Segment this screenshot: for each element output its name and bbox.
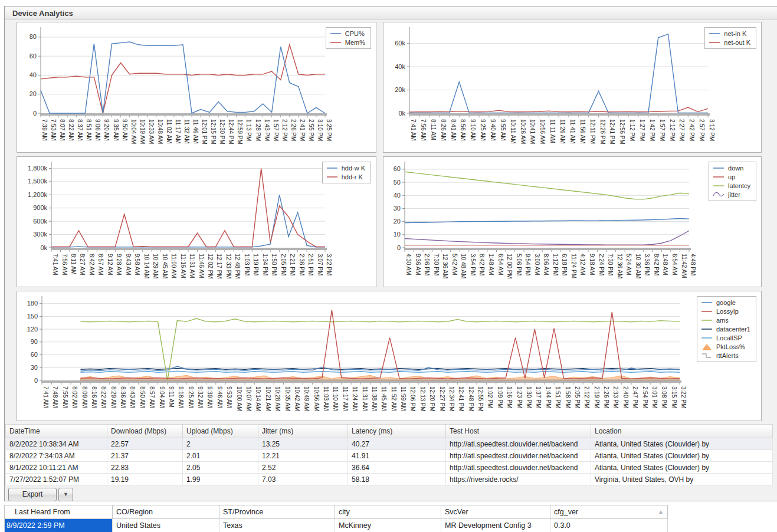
column-header-city[interactable]: city — [335, 505, 441, 519]
svg-text:11:24 AM: 11:24 AM — [352, 386, 358, 411]
legend-label: hdd-w K — [342, 165, 365, 172]
svg-text:40: 40 — [29, 71, 37, 78]
table-cell[interactable]: 2.01 — [183, 450, 258, 462]
svg-text:9:10 AM: 9:10 AM — [470, 119, 476, 141]
table-row[interactable]: 8/1/2022 10:11:21 AM22.832.052.5236.64ht… — [6, 462, 773, 474]
table-cell[interactable]: 12.21 — [258, 450, 348, 462]
legend-item-localisp: LocalISP — [701, 334, 750, 341]
column-header-co-region[interactable]: CO/Region — [113, 505, 219, 519]
svg-text:8:16 AM: 8:16 AM — [91, 386, 97, 408]
table-cell[interactable]: 7/27/2022 1:52:07 PM — [6, 474, 107, 485]
legend-label: down — [728, 165, 743, 172]
svg-text:1:09 PM: 1:09 PM — [497, 386, 503, 408]
legend-label: CPU% — [345, 30, 365, 37]
svg-text:8:29 AM: 8:29 AM — [110, 386, 117, 408]
table-cell[interactable]: 40.27 — [348, 438, 446, 450]
column-header-datetime[interactable]: DateTime — [6, 425, 107, 438]
table-cell[interactable]: 36.64 — [348, 462, 446, 474]
table-row[interactable]: 8/2/2022 10:38:34 AM22.57213.2540.27http… — [6, 438, 773, 450]
svg-text:12:33 PM: 12:33 PM — [225, 254, 232, 279]
svg-text:2:47 PM: 2:47 PM — [632, 386, 638, 408]
svg-text:6:54 AM: 6:54 AM — [497, 254, 504, 275]
column-header-upload-mbps-[interactable]: Upload (Mbps) — [183, 425, 258, 438]
table-cell[interactable]: Atlanta, United States (Clouvider) by — [591, 438, 773, 450]
legend-item-datacenter1: datacenter1 — [701, 326, 750, 333]
column-header-location[interactable]: Location — [591, 425, 773, 438]
network-chart-panel: 0k20k40k60k7:41 AM7:56 AM8:11 AM8:26 AM8… — [383, 22, 762, 153]
table-cell[interactable]: 8/2/2022 7:34:03 AM — [6, 450, 107, 462]
column-header-cfg-ver[interactable]: cfg_ver▲ — [550, 505, 668, 519]
table-cell[interactable]: https://riverside.rocks/ — [446, 474, 591, 485]
svg-text:8:57 AM: 8:57 AM — [97, 254, 104, 275]
svg-text:7:48 AM: 7:48 AM — [52, 386, 58, 408]
svg-text:8:51 AM: 8:51 AM — [86, 119, 92, 141]
table-cell[interactable]: Atlanta, United States (Clouvider) by — [591, 450, 773, 462]
table-cell[interactable]: 58.18 — [348, 474, 446, 485]
table-cell[interactable]: 22.57 — [107, 438, 183, 450]
column-header-jitter-ms-[interactable]: Jitter (ms) — [258, 425, 348, 438]
legend-label: up — [728, 173, 735, 180]
column-header-test-host[interactable]: Test Host — [446, 425, 591, 438]
table-cell[interactable]: 1.99 — [183, 474, 258, 485]
table-cell[interactable]: Texas — [219, 519, 335, 532]
header-row: Last Heard FromCO/RegionST/ProvincecityS… — [5, 505, 668, 519]
svg-text:1:12 PM: 1:12 PM — [552, 254, 559, 275]
table-cell[interactable]: http://atl.speedtest.clouvider.net/backe… — [446, 462, 591, 474]
export-dropdown-button[interactable]: ▼ — [58, 488, 73, 501]
export-button[interactable]: Export — [8, 488, 57, 501]
svg-text:1:57 PM: 1:57 PM — [659, 119, 665, 141]
table-cell[interactable]: 8/2/2022 10:38:34 AM — [6, 438, 107, 450]
table-cell[interactable]: 41.91 — [348, 450, 446, 462]
svg-text:9:06 AM: 9:06 AM — [94, 119, 101, 141]
column-header-svcver[interactable]: SvcVer — [441, 505, 550, 519]
svg-text:10:33 AM: 10:33 AM — [148, 119, 155, 144]
svg-text:12:11 PM: 12:11 PM — [589, 119, 596, 144]
svg-text:9:20 AM: 9:20 AM — [103, 119, 110, 141]
hdd-chart-panel: 0k300k600k900k1,200k1,500k1,800k7:41 AM7… — [17, 156, 376, 287]
table-cell[interactable]: 2 — [183, 438, 258, 450]
table-row[interactable]: 7/27/2022 1:52:07 PM19.191.997.0358.18ht… — [6, 474, 773, 485]
line-icon — [330, 39, 342, 46]
svg-text:1:16 PM: 1:16 PM — [506, 386, 513, 408]
table-cell[interactable]: 0.3.0 — [550, 519, 668, 532]
table-cell[interactable]: 22.83 — [107, 462, 183, 474]
svg-text:1:48 AM: 1:48 AM — [662, 254, 668, 275]
table-row[interactable]: 8/2/2022 7:34:03 AM21.372.0112.2141.91ht… — [6, 450, 773, 462]
column-header-latency-ms-[interactable]: Latency (ms) — [348, 425, 446, 438]
svg-text:9:39 AM: 9:39 AM — [206, 386, 213, 408]
table-cell[interactable]: 13.25 — [258, 438, 348, 450]
svg-text:9:40 AM: 9:40 AM — [490, 119, 496, 141]
table-cell[interactable]: 8/1/2022 10:11:21 AM — [6, 462, 107, 474]
triangle-icon — [701, 343, 713, 350]
column-header-st-province[interactable]: ST/Province — [219, 505, 335, 519]
table-cell[interactable]: McKinney — [335, 519, 441, 532]
table-cell[interactable]: 2.05 — [183, 462, 258, 474]
table-row[interactable]: 8/9/2022 2:59 PMUnited StatesTexasMcKinn… — [5, 519, 668, 532]
legend-item-cpu-: CPU% — [330, 30, 365, 37]
table-cell[interactable]: 19.19 — [107, 474, 183, 485]
svg-text:2:51 PM: 2:51 PM — [307, 254, 314, 275]
svg-text:1:19 PM: 1:19 PM — [253, 254, 259, 275]
svg-text:11:16 AM: 11:16 AM — [180, 254, 186, 278]
table-cell[interactable]: United States — [113, 519, 219, 532]
svg-text:600k: 600k — [33, 218, 47, 225]
table-cell[interactable]: 7.03 — [258, 474, 348, 485]
column-header-download-mbps-[interactable]: Download (Mbps) — [107, 425, 183, 438]
svg-text:2:41 PM: 2:41 PM — [299, 119, 306, 141]
table-cell[interactable]: http://atl.speedtest.clouvider.net/backe… — [446, 450, 591, 462]
svg-text:10:35 AM: 10:35 AM — [284, 386, 291, 411]
column-header-last-heard-from[interactable]: Last Heard From — [5, 505, 113, 519]
svg-text:2:57 PM: 2:57 PM — [699, 119, 705, 141]
table-cell[interactable]: Virginia, United States, OVH by — [591, 474, 773, 485]
svg-text:12:48 PM: 12:48 PM — [234, 254, 241, 279]
table-cell[interactable]: 21.37 — [107, 450, 183, 462]
table-cell[interactable]: 2.52 — [258, 462, 348, 474]
table-cell[interactable]: MR Development Config 3 — [441, 519, 550, 532]
sort-ascending-icon[interactable]: ▲ — [658, 508, 664, 515]
svg-text:10:14 AM: 10:14 AM — [255, 386, 261, 411]
selected-cell[interactable]: 8/9/2022 2:59 PM — [5, 519, 113, 532]
table-cell[interactable]: Atlanta, United States (Clouvider) by — [591, 462, 773, 474]
svg-text:8:22 AM: 8:22 AM — [100, 386, 107, 408]
legend-item-up: up — [713, 173, 750, 180]
table-cell[interactable]: http://atl.speedtest.clouvider.net/backe… — [446, 438, 591, 450]
